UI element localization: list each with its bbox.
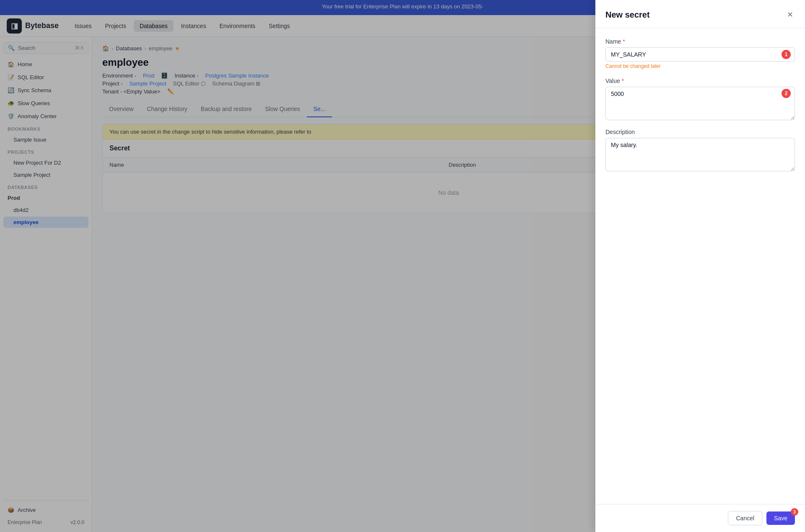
value-badge: 2 — [782, 89, 791, 98]
drawer-title: New secret — [605, 10, 650, 20]
value-input-row: 5000 2 — [605, 87, 795, 120]
close-button[interactable]: ✕ — [785, 8, 795, 21]
name-label: Name * — [605, 38, 795, 45]
description-label: Description — [605, 129, 795, 135]
drawer-footer: Cancel Save 3 — [595, 504, 805, 532]
cancel-button[interactable]: Cancel — [728, 511, 762, 525]
drawer-header: New secret ✕ — [595, 0, 805, 28]
description-form-group: Description My salary. — [605, 129, 795, 173]
drawer-body: Name * 1 Cannot be changed later Value *… — [595, 28, 805, 504]
name-required: * — [623, 38, 625, 45]
value-textarea[interactable]: 5000 — [605, 87, 795, 120]
name-input[interactable] — [605, 47, 795, 62]
new-secret-drawer: New secret ✕ Name * 1 Cannot be changed … — [595, 0, 805, 532]
confirm-badge: 3 — [791, 508, 798, 516]
save-button[interactable]: Save 3 — [766, 511, 795, 525]
name-form-group: Name * 1 Cannot be changed later — [605, 38, 795, 69]
name-badge: 1 — [782, 50, 791, 59]
name-input-row: 1 — [605, 47, 795, 62]
value-label: Value * — [605, 77, 795, 84]
name-hint: Cannot be changed later — [605, 63, 795, 69]
value-form-group: Value * 5000 2 — [605, 77, 795, 120]
value-required: * — [622, 77, 624, 84]
description-textarea[interactable]: My salary. — [605, 138, 795, 171]
